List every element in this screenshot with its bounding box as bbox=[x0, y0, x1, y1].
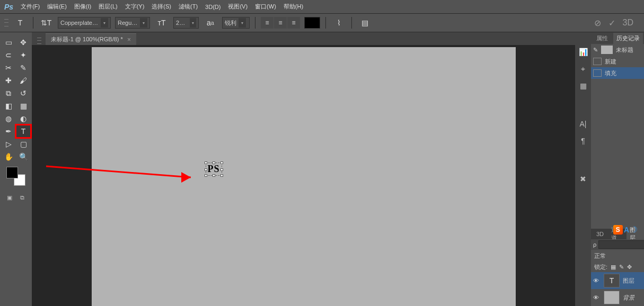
font-size-dropdown[interactable]: 26 点 ▾ bbox=[173, 17, 199, 29]
gradient-tool[interactable]: ▦ bbox=[16, 100, 30, 112]
layer-row[interactable]: 👁 背景 bbox=[591, 289, 644, 306]
visibility-icon[interactable]: 👁 bbox=[593, 294, 601, 301]
stamp-tool[interactable]: ⧉ bbox=[2, 87, 15, 99]
right-panels: 属性 历史记录 ✎ 未标题 新建 填充 3D 通道 图层 ρ bbox=[591, 32, 644, 306]
dodge-tool[interactable]: ◐ bbox=[16, 113, 30, 124]
blend-mode-dropdown[interactable]: 正常 bbox=[594, 252, 606, 260]
canvas-area[interactable]: PS bbox=[32, 45, 575, 306]
menu-view[interactable]: 视图(V) bbox=[228, 3, 248, 11]
doc-grip-icon[interactable] bbox=[37, 37, 41, 45]
3d-button[interactable]: 3D bbox=[623, 18, 633, 28]
layer-thumb-text: T bbox=[604, 274, 620, 287]
type-tool-preset-icon[interactable]: T bbox=[13, 16, 28, 29]
text-content[interactable]: PS bbox=[208, 164, 220, 174]
history-row[interactable]: 新建 bbox=[591, 56, 644, 67]
menu-image[interactable]: 图像(I) bbox=[74, 3, 91, 11]
menu-3d[interactable]: 3D(D) bbox=[205, 4, 220, 10]
options-grip-icon[interactable] bbox=[4, 17, 8, 28]
tray-moon-icon: ☽ bbox=[630, 224, 638, 235]
character-icon[interactable]: A| bbox=[577, 118, 589, 130]
paragraph-icon[interactable]: ¶ bbox=[577, 135, 589, 147]
eyedropper-tool[interactable]: ✎ bbox=[16, 62, 30, 74]
handle-top-right[interactable] bbox=[220, 161, 223, 164]
text-transform-box[interactable]: PS bbox=[206, 163, 222, 176]
align-left-button[interactable]: ≡ bbox=[261, 17, 274, 29]
path-select-tool[interactable]: ▷ bbox=[2, 138, 15, 150]
history-document-row[interactable]: ✎ 未标题 bbox=[591, 44, 644, 56]
adjustments-icon[interactable]: ✖ bbox=[577, 173, 589, 185]
font-weight-dropdown[interactable]: Regular ▾ bbox=[115, 17, 150, 29]
screenmode-icon[interactable]: ⧉ bbox=[17, 193, 28, 202]
warp-text-icon[interactable]: ⌇ bbox=[331, 16, 346, 29]
shape-tool[interactable]: ▢ bbox=[16, 138, 30, 150]
lock-brush-icon[interactable]: ✎ bbox=[619, 264, 624, 271]
history-brush-tool[interactable]: ↺ bbox=[16, 87, 30, 99]
visibility-icon[interactable]: 👁 bbox=[593, 277, 601, 284]
text-color-swatch[interactable] bbox=[304, 17, 320, 29]
handle-bottom-left[interactable] bbox=[205, 174, 207, 177]
info-icon[interactable]: ▦ bbox=[577, 80, 589, 92]
font-size-label: 26 点 bbox=[176, 19, 188, 27]
document-tab[interactable]: 未标题-1 @ 100%(RGB/8) * × bbox=[46, 33, 136, 45]
healing-tool[interactable]: ✚ bbox=[2, 75, 15, 86]
close-icon[interactable]: × bbox=[127, 36, 131, 43]
text-orientation-icon[interactable]: ⇅T bbox=[39, 16, 54, 29]
blur-tool[interactable]: ◍ bbox=[2, 113, 15, 124]
character-panel-icon[interactable]: ▤ bbox=[357, 16, 372, 29]
marquee-tool[interactable]: ▭ bbox=[2, 37, 15, 48]
handle-bottom-right[interactable] bbox=[220, 174, 223, 177]
chevron-down-icon: ▾ bbox=[239, 18, 246, 28]
layer-name[interactable]: 图层 bbox=[623, 277, 634, 285]
align-center-button[interactable]: ≡ bbox=[274, 17, 287, 29]
layer-search-input[interactable] bbox=[598, 240, 644, 249]
history-thumb bbox=[601, 46, 613, 54]
align-right-button[interactable]: ≡ bbox=[287, 17, 300, 29]
handle-mid-left[interactable] bbox=[205, 168, 207, 171]
type-tool[interactable]: T bbox=[16, 125, 30, 137]
move-tool[interactable]: ✥ bbox=[16, 37, 30, 48]
navigator-icon[interactable]: ⌖ bbox=[577, 63, 589, 75]
fill-icon bbox=[593, 69, 602, 77]
handle-bottom-center[interactable] bbox=[213, 174, 215, 177]
lock-pixels-icon[interactable]: ▦ bbox=[611, 264, 616, 271]
menu-filter[interactable]: 滤镜(T) bbox=[179, 3, 198, 11]
handle-mid-right[interactable] bbox=[220, 168, 223, 171]
search-kind-icon[interactable]: ρ bbox=[593, 241, 596, 248]
foreground-color[interactable] bbox=[6, 167, 18, 178]
lasso-tool[interactable]: ⊂ bbox=[2, 49, 15, 61]
magic-wand-tool[interactable]: ✦ bbox=[16, 49, 30, 61]
menu-help[interactable]: 帮助(H) bbox=[284, 3, 303, 11]
menu-select[interactable]: 选择(S) bbox=[152, 3, 171, 11]
quickmask-icon[interactable]: ▣ bbox=[4, 193, 15, 202]
crop-tool[interactable]: ✂ bbox=[2, 62, 15, 74]
tab-properties[interactable]: 属性 bbox=[593, 33, 611, 44]
menu-file[interactable]: 文件(F) bbox=[21, 3, 40, 11]
zoom-tool[interactable]: 🔍 bbox=[16, 151, 30, 163]
menu-type[interactable]: 文字(Y) bbox=[125, 3, 145, 11]
document-tab-label: 未标题-1 @ 100%(RGB/8) * bbox=[51, 35, 123, 43]
tab-history[interactable]: 历史记录 bbox=[613, 33, 643, 44]
eraser-tool[interactable]: ◧ bbox=[2, 100, 15, 112]
lock-position-icon[interactable]: ✥ bbox=[627, 264, 632, 271]
history-row[interactable]: 填充 bbox=[591, 67, 644, 79]
menu-window[interactable]: 窗口(W) bbox=[255, 3, 276, 11]
canvas[interactable]: PS bbox=[92, 47, 516, 306]
menu-layer[interactable]: 图层(L) bbox=[99, 3, 117, 11]
layer-name[interactable]: 背景 bbox=[623, 294, 634, 302]
brush-tool[interactable]: 🖌 bbox=[16, 75, 30, 86]
tab-3d[interactable]: 3D bbox=[593, 230, 607, 238]
font-family-dropdown[interactable]: Copperplate ... ▾ bbox=[58, 17, 111, 29]
commit-icon[interactable]: ✓ bbox=[608, 18, 615, 28]
pen-tool[interactable]: ✒ bbox=[2, 125, 15, 137]
layer-row[interactable]: 👁 T 图层 bbox=[591, 272, 644, 289]
handle-top-center[interactable] bbox=[213, 161, 215, 164]
color-swatches[interactable] bbox=[6, 167, 25, 186]
tray-icons: S A ☽ bbox=[613, 224, 638, 235]
font-family-label: Copperplate ... bbox=[60, 20, 99, 26]
cancel-icon[interactable]: ⊘ bbox=[594, 18, 601, 28]
antialias-dropdown[interactable]: 锐利 ▾ bbox=[222, 17, 250, 29]
hand-tool[interactable]: ✋ bbox=[2, 151, 15, 163]
histogram-icon[interactable]: 📊 bbox=[577, 46, 589, 58]
menu-edit[interactable]: 编辑(E) bbox=[47, 3, 67, 11]
handle-top-left[interactable] bbox=[205, 161, 207, 164]
